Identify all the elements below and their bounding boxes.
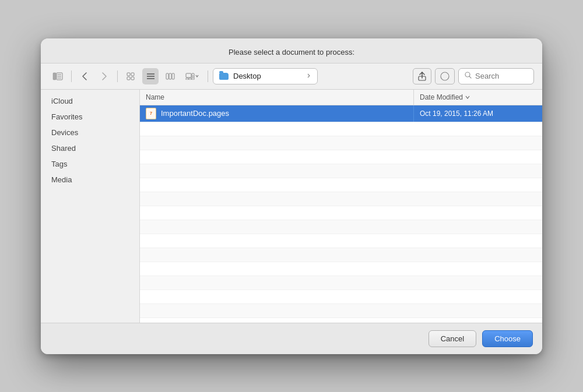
file-icon [146, 108, 156, 119]
column-header-date[interactable]: Date Modified [414, 90, 542, 105]
empty-row [140, 192, 542, 206]
empty-row [140, 150, 542, 164]
icon-view-icon [127, 72, 135, 80]
svg-rect-16 [186, 78, 188, 80]
svg-line-22 [469, 76, 471, 78]
file-list-header: Name Date Modified [140, 90, 542, 105]
location-picker[interactable]: Desktop [213, 68, 318, 84]
empty-row [140, 136, 542, 150]
forward-button[interactable] [96, 68, 113, 84]
sidebar-group-icloud: iCloud [41, 94, 139, 108]
folder-icon [219, 73, 229, 80]
tag-icon [440, 72, 449, 81]
title-bar: Please select a document to process: [41, 38, 542, 63]
empty-row [140, 290, 542, 304]
svg-rect-17 [189, 78, 191, 80]
sidebar-item-tags[interactable]: Tags [43, 157, 137, 171]
search-input[interactable] [475, 72, 522, 80]
tag-button[interactable] [435, 68, 455, 84]
empty-row [140, 276, 542, 290]
cancel-button[interactable]: Cancel [429, 330, 476, 347]
content-area: iCloud Favorites Devices Shared [41, 90, 542, 323]
separator-1 [71, 70, 72, 82]
empty-row [140, 262, 542, 276]
table-row[interactable]: ImportantDoc.pages Oct 19, 2015, 11:26 A… [140, 105, 542, 122]
icon-view-button[interactable] [122, 68, 139, 84]
forward-icon [102, 72, 107, 80]
back-button[interactable] [76, 68, 93, 84]
sidebar-item-favorites[interactable]: Favorites [43, 110, 137, 123]
sidebar-toggle-button[interactable] [49, 68, 66, 84]
svg-rect-12 [166, 73, 168, 79]
sidebar-group-media: Media [41, 173, 139, 186]
gallery-view-icon [185, 73, 195, 80]
separator-3 [208, 70, 208, 82]
svg-rect-0 [53, 73, 56, 80]
search-box[interactable] [458, 68, 534, 84]
sidebar-group-devices: Devices [41, 126, 139, 139]
sidebar-item-icloud[interactable]: iCloud [43, 94, 137, 108]
separator-2 [117, 70, 118, 82]
list-view-icon [146, 73, 155, 80]
column-view-button[interactable] [162, 68, 178, 84]
svg-rect-13 [169, 73, 171, 79]
list-view-button[interactable] [142, 68, 159, 84]
empty-row [140, 248, 542, 262]
file-name-cell: ImportantDoc.pages [140, 105, 414, 122]
sidebar-item-devices[interactable]: Devices [43, 126, 137, 139]
empty-row [140, 234, 542, 248]
svg-rect-5 [127, 73, 130, 76]
file-area: Name Date Modified ImportantDoc.pages [140, 90, 542, 323]
empty-row [140, 178, 542, 192]
footer: Cancel Choose [41, 323, 542, 354]
sidebar-group-shared: Shared [41, 142, 139, 155]
empty-row [140, 206, 542, 220]
svg-rect-20 [441, 72, 449, 80]
empty-row [140, 304, 542, 318]
sidebar-group-favorites: Favorites [41, 110, 139, 123]
sidebar-group-tags: Tags [41, 157, 139, 171]
sidebar-item-shared[interactable]: Shared [43, 142, 137, 155]
column-view-icon [166, 73, 175, 80]
dialog-title: Please select a document to process: [229, 48, 354, 56]
gallery-view-button[interactable] [182, 68, 203, 84]
sidebar: iCloud Favorites Devices Shared [41, 90, 140, 323]
share-icon [418, 72, 426, 81]
sidebar-toggle-icon [52, 72, 63, 80]
svg-rect-8 [131, 77, 134, 80]
svg-rect-15 [186, 73, 191, 77]
empty-row [140, 220, 542, 234]
file-date-cell: Oct 19, 2015, 11:26 AM [414, 107, 542, 120]
sidebar-item-media[interactable]: Media [43, 173, 137, 186]
open-dialog: Please select a document to process: [41, 38, 542, 354]
choose-button[interactable]: Choose [482, 330, 533, 347]
svg-rect-6 [131, 73, 134, 76]
sort-desc-icon [465, 95, 470, 100]
search-icon [465, 72, 472, 80]
toolbar: Desktop [41, 63, 542, 90]
column-header-name[interactable]: Name [140, 90, 414, 105]
location-label: Desktop [233, 72, 302, 80]
empty-row [140, 122, 542, 136]
gallery-dropdown-icon [195, 73, 199, 79]
svg-rect-14 [172, 73, 174, 79]
location-chevron-icon [307, 73, 311, 79]
svg-rect-7 [127, 77, 130, 80]
share-button[interactable] [413, 68, 431, 84]
back-icon [82, 72, 87, 80]
file-name: ImportantDoc.pages [161, 109, 229, 118]
empty-row [140, 164, 542, 178]
